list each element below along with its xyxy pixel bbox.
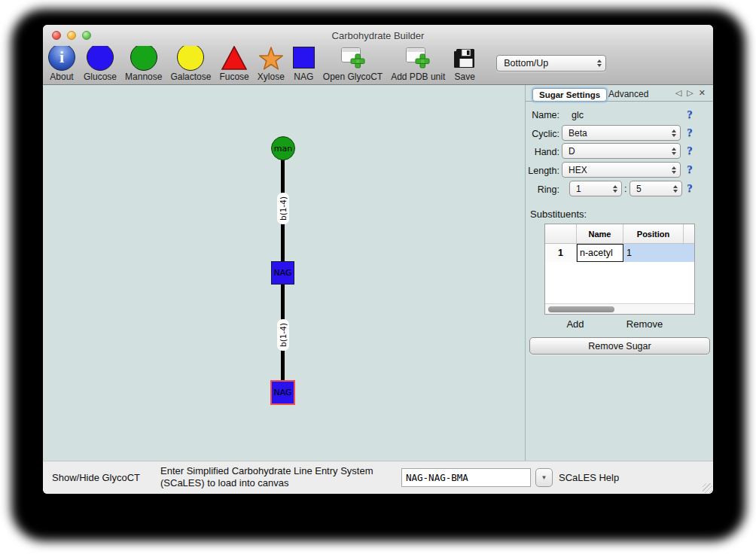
scales-input[interactable] bbox=[401, 468, 531, 487]
position-column-header[interactable]: Position bbox=[623, 224, 684, 243]
content-area: b(1-4) b(1-4) man NAG NAG Sugar Settings… bbox=[43, 85, 713, 461]
dropdown-arrow-icon: ▼ bbox=[541, 474, 547, 481]
ring-label: Ring: bbox=[526, 184, 559, 195]
toolbar-add-pdb-button[interactable]: Add PDB unit bbox=[391, 43, 445, 82]
row-index-cell: 1 bbox=[545, 244, 577, 262]
resize-grip[interactable] bbox=[703, 483, 712, 493]
xylose-star-icon bbox=[258, 43, 284, 71]
glycan-node-man[interactable]: man bbox=[271, 136, 295, 160]
stepper-arrows-icon bbox=[613, 185, 617, 193]
ring-end-value: 5 bbox=[636, 184, 642, 194]
remove-sugar-button[interactable]: Remove Sugar bbox=[529, 337, 710, 355]
cyclic-dropdown[interactable]: Beta bbox=[562, 125, 681, 141]
ring-start-value: 1 bbox=[576, 184, 581, 194]
tab-advanced[interactable]: Advanced bbox=[608, 89, 648, 99]
direction-dropdown[interactable]: Bottom/Up bbox=[496, 55, 606, 72]
ring-start-stepper[interactable]: 1 bbox=[569, 181, 622, 196]
tab-prev-icon[interactable]: ◁ bbox=[675, 88, 681, 98]
help-icon[interactable]: ? bbox=[684, 145, 696, 157]
toolbar-item-label: Open GlycoCT bbox=[323, 72, 383, 82]
length-label: Length: bbox=[526, 166, 559, 176]
scales-help-link[interactable]: SCaLES Help bbox=[559, 472, 619, 483]
toolbar-about-button[interactable]: i About bbox=[48, 43, 75, 82]
window-plus-icon bbox=[405, 43, 431, 71]
toolbar: i About Glucose Mannose Galactose Fucose… bbox=[43, 46, 713, 85]
scales-history-dropdown[interactable]: ▼ bbox=[535, 468, 553, 487]
minimize-button[interactable] bbox=[67, 31, 76, 40]
help-icon[interactable]: ? bbox=[684, 163, 696, 176]
ring-separator: : bbox=[624, 184, 626, 194]
cyclic-dropdown-value: Beta bbox=[569, 128, 587, 138]
stepper-arrows-icon bbox=[672, 129, 676, 137]
scales-prompt-label: Enter Simplified Carbohydrate Line Entry… bbox=[160, 465, 406, 489]
toolbar-open-glycoct-button[interactable]: Open GlycoCT bbox=[323, 43, 383, 82]
hand-label: Hand: bbox=[526, 147, 559, 157]
toolbar-galactose-button[interactable]: Galactose bbox=[170, 43, 211, 82]
tab-next-icon[interactable]: ▷ bbox=[687, 88, 693, 98]
traffic-lights bbox=[52, 31, 91, 40]
toolbar-save-button[interactable]: Save bbox=[453, 43, 476, 82]
toolbar-item-label: Mannose bbox=[125, 72, 162, 82]
index-column-header bbox=[545, 224, 577, 243]
hand-dropdown-value: D bbox=[569, 146, 575, 157]
title-bar: Carbohydrate Builder bbox=[43, 25, 713, 46]
toolbar-mannose-button[interactable]: Mannose bbox=[125, 43, 162, 82]
help-icon[interactable]: ? bbox=[684, 182, 696, 195]
glycan-canvas[interactable]: b(1-4) b(1-4) man NAG NAG bbox=[43, 85, 525, 461]
window-plus-icon bbox=[340, 43, 366, 71]
direction-dropdown-value: Bottom/Up bbox=[504, 58, 548, 68]
toolbar-item-label: Add PDB unit bbox=[391, 72, 445, 82]
sugar-settings-panel: Sugar Settings Advanced ◁ ▷ ✕ Name: glc … bbox=[525, 85, 713, 461]
name-column-header[interactable]: Name bbox=[577, 224, 623, 243]
nag-square-icon bbox=[293, 47, 315, 68]
table-row[interactable]: 1 n-acetyl 1 bbox=[545, 244, 694, 262]
scrollbar-thumb[interactable] bbox=[548, 306, 614, 312]
toolbar-glucose-button[interactable]: Glucose bbox=[84, 43, 117, 82]
extra-column-header bbox=[684, 224, 694, 243]
stepper-arrows-icon bbox=[673, 185, 678, 193]
toolbar-nag-button[interactable]: NAG bbox=[293, 43, 315, 82]
table-header-row: Name Position bbox=[545, 224, 694, 244]
toolbar-item-label: About bbox=[50, 72, 73, 82]
table-horizontal-scrollbar[interactable] bbox=[545, 303, 694, 314]
toolbar-item-label: NAG bbox=[294, 72, 313, 82]
floppy-disk-icon bbox=[453, 43, 476, 71]
help-icon[interactable]: ? bbox=[684, 126, 696, 139]
table-empty-area bbox=[545, 262, 694, 304]
toolbar-item-label: Fucose bbox=[219, 72, 248, 82]
glucose-circle-icon bbox=[87, 44, 114, 71]
mannose-circle-icon bbox=[130, 44, 157, 71]
length-dropdown-value: HEX bbox=[569, 165, 587, 175]
info-icon: i bbox=[48, 44, 75, 71]
substituents-table[interactable]: Name Position 1 n-acetyl 1 bbox=[544, 224, 695, 315]
hand-dropdown[interactable]: D bbox=[562, 143, 681, 159]
close-button[interactable] bbox=[52, 31, 61, 40]
toolbar-fucose-button[interactable]: Fucose bbox=[219, 43, 248, 82]
length-dropdown[interactable]: HEX bbox=[562, 162, 681, 178]
glycan-node-nag[interactable]: NAG bbox=[271, 261, 294, 285]
tab-controls: ◁ ▷ ✕ bbox=[675, 88, 706, 98]
name-value: glc bbox=[572, 110, 584, 120]
toolbar-item-label: Galactose bbox=[170, 72, 211, 82]
stepper-arrows-icon bbox=[672, 148, 676, 155]
row-filler-cell bbox=[684, 244, 694, 262]
bottom-bar: Show/Hide GlycoCT Enter Simplified Carbo… bbox=[43, 461, 713, 494]
show-hide-glycoct-button[interactable]: Show/Hide GlycoCT bbox=[52, 472, 140, 483]
ring-end-stepper[interactable]: 5 bbox=[629, 181, 682, 196]
remove-substituent-button[interactable]: Remove bbox=[614, 318, 675, 330]
galactose-circle-icon bbox=[177, 44, 204, 71]
help-icon[interactable]: ? bbox=[684, 108, 696, 121]
glycan-node-nag-selected[interactable]: NAG bbox=[270, 380, 295, 405]
tab-sugar-settings[interactable]: Sugar Settings bbox=[532, 88, 607, 102]
toolbar-xylose-button[interactable]: Xylose bbox=[258, 43, 285, 82]
substituents-label: Substituents: bbox=[530, 209, 587, 220]
glycan-link-label: b(1-4) bbox=[277, 319, 289, 351]
zoom-button[interactable] bbox=[82, 31, 91, 40]
tab-close-icon[interactable]: ✕ bbox=[699, 88, 706, 98]
cyclic-label: Cyclic: bbox=[526, 129, 559, 139]
window-title: Carbohydrate Builder bbox=[332, 30, 425, 41]
add-substituent-button[interactable]: Add bbox=[553, 318, 598, 330]
toolbar-item-label: Save bbox=[455, 72, 475, 82]
substituent-position-cell[interactable]: 1 bbox=[623, 244, 684, 262]
substituent-name-cell[interactable]: n-acetyl bbox=[577, 244, 623, 262]
